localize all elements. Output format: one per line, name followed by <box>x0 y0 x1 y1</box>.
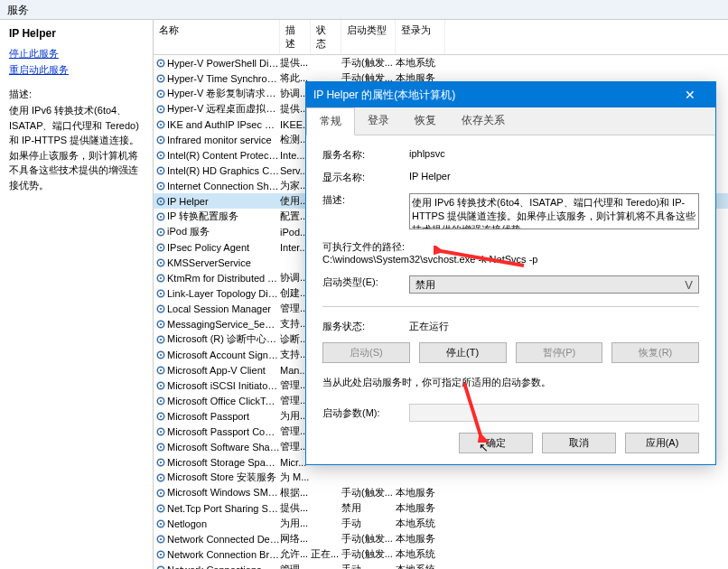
gear-icon <box>154 104 167 115</box>
dialog-titlebar[interactable]: IP Helper 的属性(本地计算机) ✕ <box>306 82 715 107</box>
svc-name: Network Connected Device... <box>167 534 280 545</box>
svg-point-27 <box>159 261 161 263</box>
resume-button[interactable]: 恢复(R) <box>611 342 699 363</box>
service-row[interactable]: Hyper-V PowerShell Direct ...提供...手动(触发.… <box>154 55 728 70</box>
col-name[interactable]: 名称 <box>154 20 280 54</box>
tab-general[interactable]: 常规 <box>306 107 355 135</box>
service-row[interactable]: Microsoft Store 安装服务为 M... <box>154 470 728 485</box>
gear-icon <box>154 165 167 176</box>
svc-name: Netlogon <box>167 518 280 529</box>
start-type-label: 启动类型(E): <box>322 275 409 289</box>
selected-service-title: IP Helper <box>9 27 144 40</box>
cancel-button[interactable]: 取消 <box>542 433 616 453</box>
col-logon[interactable]: 登录为 <box>396 20 445 54</box>
svc-name: KMSServerService <box>167 257 280 268</box>
gear-icon <box>154 564 167 570</box>
svg-point-15 <box>159 169 161 171</box>
svc-name: Microsoft Passport <box>167 411 280 422</box>
gear-icon <box>154 396 167 406</box>
desc-text: 使用 IPv6 转换技术(6to4、ISATAP、端口代理和 Teredo)和 … <box>9 103 144 192</box>
gear-icon <box>154 181 167 191</box>
svc-name: Network Connections <box>167 564 280 570</box>
gear-icon <box>154 365 167 376</box>
gear-icon <box>154 457 167 468</box>
svc-start: 手动 <box>341 563 396 569</box>
gear-icon <box>154 73 167 84</box>
svg-point-59 <box>159 507 161 508</box>
pause-button[interactable]: 暂停(P) <box>516 342 603 363</box>
gear-icon <box>154 518 167 529</box>
dialog-tabs: 常规 登录 恢复 依存关系 <box>306 107 715 135</box>
tab-logon[interactable]: 登录 <box>355 107 402 135</box>
svc-name: IP 转换配置服务 <box>167 210 280 223</box>
svg-point-9 <box>159 123 161 125</box>
desc-label: 描述: <box>322 193 409 207</box>
toolbar-title: 服务 <box>7 4 29 16</box>
gear-icon <box>154 411 167 422</box>
svc-name-value: iphlpsvc <box>409 148 699 159</box>
gear-icon <box>154 472 167 483</box>
svg-point-47 <box>159 415 161 416</box>
svc-name: iPod 服务 <box>167 225 280 238</box>
start-param-note: 当从此处启动服务时，你可指定所适用的启动参数。 <box>322 376 699 389</box>
gear-icon <box>154 150 167 161</box>
tab-recovery[interactable]: 恢复 <box>402 107 449 135</box>
col-desc[interactable]: 描述 <box>280 20 311 54</box>
close-icon[interactable]: ✕ <box>672 88 708 102</box>
svg-point-21 <box>159 215 161 217</box>
svg-point-23 <box>159 230 161 232</box>
svg-point-41 <box>159 368 161 370</box>
start-param-input <box>409 404 699 422</box>
start-button[interactable]: 启动(S) <box>322 342 410 363</box>
desc-textarea[interactable] <box>409 193 699 229</box>
svg-point-3 <box>159 77 161 79</box>
svc-name: Hyper-V 远程桌面虚拟化服务 <box>167 102 280 116</box>
svg-point-49 <box>159 430 161 432</box>
restart-service-link[interactable]: 重启动此服务 <box>9 63 144 77</box>
svc-name: Microsoft Office ClickToRu... <box>167 396 280 406</box>
gear-icon <box>154 242 167 253</box>
gear-icon <box>154 257 167 268</box>
stop-button[interactable]: 停止(T) <box>419 342 507 363</box>
svg-point-25 <box>159 246 161 247</box>
svc-desc: 为用... <box>280 517 311 530</box>
svc-name: Microsoft iSCSI Initiator Ser... <box>167 380 280 391</box>
svg-point-1 <box>159 61 161 63</box>
gear-icon <box>154 319 167 330</box>
toolbar: 服务 <box>0 0 728 20</box>
col-state[interactable]: 状态 <box>311 20 341 54</box>
svc-desc: 管理... <box>280 563 311 569</box>
svc-desc: 根据... <box>280 486 311 499</box>
svg-point-35 <box>159 322 161 324</box>
svc-name: Link-Layer Topology Disco... <box>167 288 280 299</box>
start-param-label: 启动参数(M): <box>322 406 409 420</box>
svc-name: Local Session Manager <box>167 303 280 314</box>
svc-name: Intel(R) Content Protection ... <box>167 150 280 161</box>
svc-name: Hyper-V Time Synchroniza... <box>167 73 280 84</box>
service-row[interactable]: Microsoft Windows SMS 路...根据...手动(触发...本… <box>154 485 728 500</box>
gear-icon <box>154 58 167 69</box>
service-row[interactable]: Network Connections管理...手动本地系统 <box>154 562 728 569</box>
apply-button[interactable]: 应用(A) <box>625 433 699 453</box>
col-start[interactable]: 启动类型 <box>341 20 396 54</box>
service-row[interactable]: Network Connected Device...网络...手动(触发...… <box>154 531 728 546</box>
svc-name: KtmRm for Distributed Tra... <box>167 273 280 284</box>
svc-name: Microsoft Account Sign-in ... <box>167 350 280 360</box>
svc-name: Intel(R) HD Graphics Contr... <box>167 165 280 176</box>
properties-dialog: IP Helper 的属性(本地计算机) ✕ 常规 登录 恢复 依存关系 服务名… <box>305 81 716 465</box>
stop-service-link[interactable]: 停止此服务 <box>9 47 144 61</box>
service-row[interactable]: Netlogon为用...手动本地系统 <box>154 516 728 531</box>
gear-icon <box>154 273 167 284</box>
ok-button[interactable]: 确定 <box>459 433 533 453</box>
svc-desc: 网络... <box>280 532 311 546</box>
service-row[interactable]: Net.Tcp Port Sharing Service提供...禁用本地服务 <box>154 500 728 516</box>
gear-icon <box>154 350 167 360</box>
tab-dependencies[interactable]: 依存关系 <box>449 107 518 135</box>
disp-name-label: 显示名称: <box>322 171 409 184</box>
column-headers[interactable]: 名称 描述 状态 启动类型 登录为 <box>154 20 728 55</box>
start-type-select[interactable]: 禁用 V <box>409 275 699 294</box>
svc-state-value: 正在运行 <box>409 320 699 333</box>
svc-start: 手动 <box>341 517 396 530</box>
svg-point-39 <box>159 353 161 355</box>
service-row[interactable]: Network Connection Broker允许...正在...手动(触发… <box>154 546 728 562</box>
